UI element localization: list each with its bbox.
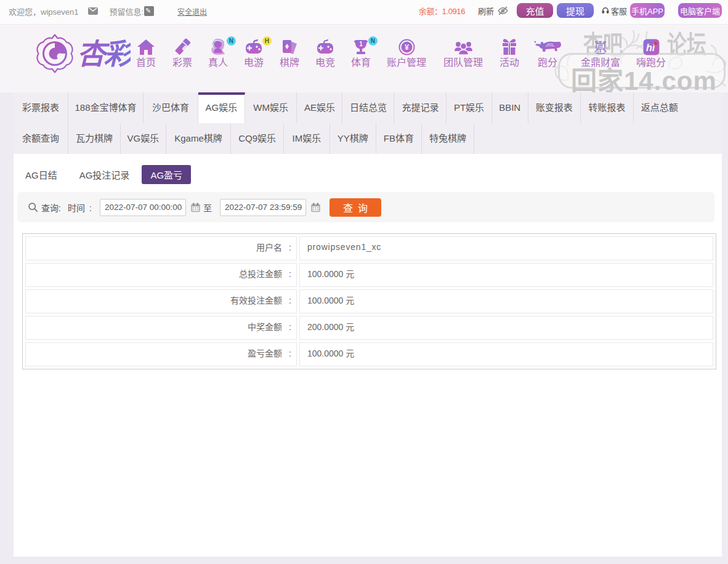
svg-text:hi: hi — [645, 42, 655, 53]
svg-text:1: 1 — [359, 41, 363, 47]
svg-text:¥: ¥ — [405, 43, 409, 52]
